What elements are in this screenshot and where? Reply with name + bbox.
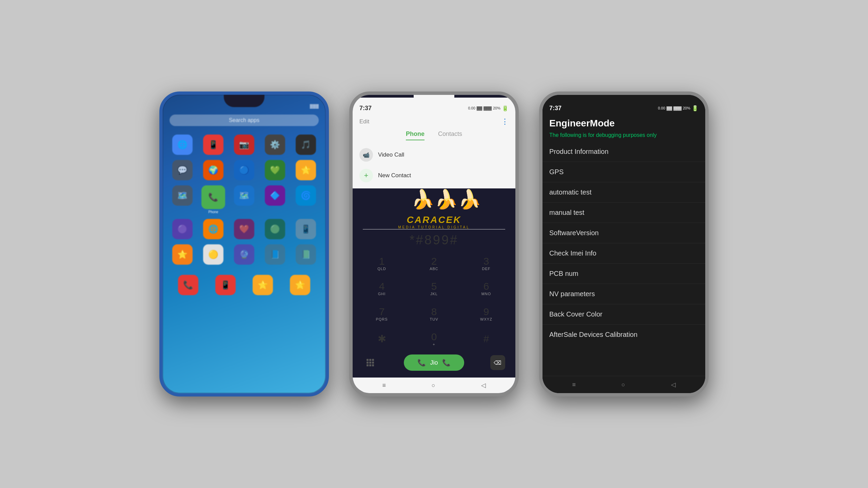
svg-rect-3: [367, 362, 369, 364]
key-star[interactable]: ✱: [356, 327, 408, 351]
app-icon-bottom[interactable]: 📞: [178, 275, 198, 295]
key-4[interactable]: 4 GHI: [356, 276, 408, 301]
delete-button[interactable]: ⌫: [490, 355, 505, 370]
app-icon-item[interactable]: 🟢: [262, 219, 288, 239]
app-icon: 🟣: [172, 219, 193, 239]
app-icon-item[interactable]: 🔮: [231, 244, 257, 265]
menu-item-nv-parameters[interactable]: NV parameters: [542, 284, 705, 304]
video-call-label: Video Call: [378, 151, 404, 158]
eng-nav-home-icon[interactable]: ○: [622, 381, 625, 388]
menu-text-automatic-test: automatic test: [549, 188, 592, 196]
key-8[interactable]: 8 TUV: [408, 301, 460, 326]
engineer-menu-list: Product Information GPS automatic test m…: [542, 142, 705, 376]
menu-item-back-cover-color[interactable]: Back Cover Color: [542, 304, 705, 325]
app-icon-item[interactable]: 🌟: [293, 160, 319, 180]
menu-item-product-info[interactable]: Product Information: [542, 142, 705, 162]
key-9[interactable]: 9 WXYZ: [460, 301, 512, 326]
phone1-search[interactable]: Search apps: [170, 115, 319, 126]
eng-nav-back-icon[interactable]: ◁: [671, 381, 676, 388]
dialer-display: *#899#: [353, 229, 515, 251]
key-2[interactable]: 2 ABC: [408, 251, 460, 276]
menu-item-software-version[interactable]: SoftwareVersion: [542, 223, 705, 243]
new-contact-action[interactable]: + New Contact: [359, 166, 509, 185]
nav-back-icon[interactable]: ◁: [481, 382, 486, 389]
app-icon-item[interactable]: 📗: [293, 244, 319, 265]
nav-home-icon[interactable]: ○: [432, 382, 435, 389]
phone1-frame: ▓▓▓ Search apps 🌐 📱 📷 ⚙️ 🎵: [159, 92, 329, 396]
app-icon-bottom[interactable]: ⭐: [253, 275, 273, 295]
app-icon-item[interactable]: 💚: [262, 160, 288, 180]
phone3-status-icons: 0.00 ▓▓ ▓▓▓ 20% 🔋: [658, 105, 698, 111]
key-hash[interactable]: #: [460, 327, 512, 351]
menu-item-aftersale[interactable]: AfterSale Devices Calibration: [542, 325, 705, 345]
phone1-bottom-apps: 📞 📱 ⭐ 🌟: [163, 271, 326, 299]
app-icon: 🌍: [203, 160, 223, 180]
menu-text-aftersale: AfterSale Devices Calibration: [549, 331, 637, 338]
svg-rect-0: [367, 359, 369, 361]
app-icon: 🌐: [203, 219, 223, 239]
call-button[interactable]: 📞 Jio 📞: [404, 354, 464, 371]
app-icon-item[interactable]: 📘: [262, 244, 288, 265]
video-call-action[interactable]: 📹 Video Call: [359, 145, 509, 164]
app-icon-item[interactable]: 🟡: [200, 244, 226, 265]
app-icon: 💚: [265, 160, 285, 180]
caracek-brand: CARACEK: [353, 215, 515, 225]
phone2-notch: [414, 95, 454, 107]
phone2-status-icons: 0.00 ▓▓ ▓▓▓ 20% 🔋: [468, 105, 509, 111]
key-3[interactable]: 3 DEF: [460, 251, 512, 276]
call-label: Jio: [430, 359, 438, 366]
app-icon-item[interactable]: 🌐: [200, 219, 226, 239]
app-icon-item[interactable]: 🗺️: [170, 185, 195, 214]
app-icon-item[interactable]: 🌀: [293, 185, 319, 214]
app-icon-item[interactable]: 📱: [200, 135, 226, 155]
app-icon-item[interactable]: 📱: [293, 219, 319, 239]
app-icon-item[interactable]: 🌐: [170, 135, 195, 155]
app-icon-item[interactable]: 🟣: [170, 219, 195, 239]
delete-icon: ⌫: [494, 360, 501, 366]
edit-label[interactable]: Edit: [359, 118, 369, 125]
menu-text-gps: GPS: [549, 168, 564, 176]
app-icon: ❤️: [234, 219, 254, 239]
key-6[interactable]: 6 MNO: [460, 276, 512, 301]
tab-contacts[interactable]: Contacts: [438, 130, 462, 140]
phone2-keypad: 1 QLD 2 ABC 3 DEF 4 GHI 5 JKL 6 MNO: [353, 251, 515, 351]
key-1[interactable]: 1 QLD: [356, 251, 408, 276]
app-icon-item[interactable]: 🌍: [200, 160, 226, 180]
menu-item-gps[interactable]: GPS: [542, 162, 705, 182]
eng-nav-menu-icon[interactable]: ≡: [572, 381, 576, 388]
app-icon-item[interactable]: 🗺️: [231, 185, 257, 214]
app-icon-item[interactable]: 💬: [170, 160, 195, 180]
menu-item-automatic-test[interactable]: automatic test: [542, 182, 705, 203]
app-icon: 🗺️: [172, 185, 193, 206]
app-icon-item[interactable]: 🔷: [262, 185, 288, 214]
app-icon: 🗺️: [234, 185, 254, 206]
nav-menu-icon[interactable]: ≡: [382, 382, 386, 389]
debug-text: The following is for debugging purposes …: [542, 130, 705, 142]
menu-text-product-info: Product Information: [549, 148, 609, 155]
app-icon: 📷: [234, 135, 254, 155]
app-icon: 📘: [265, 244, 285, 265]
key-7[interactable]: 7 PQRS: [356, 301, 408, 326]
app-icon-item[interactable]: ❤️: [231, 219, 257, 239]
keypad-toggle-icon[interactable]: [363, 355, 378, 370]
key-5[interactable]: 5 JKL: [408, 276, 460, 301]
add-contact-icon: +: [359, 169, 373, 182]
phone2-call-bar: 📞 Jio 📞 ⌫: [353, 351, 515, 378]
more-icon[interactable]: ⋮: [501, 117, 509, 126]
app-icon-item[interactable]: 🔵: [231, 160, 257, 180]
app-icon-item[interactable]: 📷: [231, 135, 257, 155]
menu-item-pcb-num[interactable]: PCB num: [542, 264, 705, 284]
app-icon: 🔵: [234, 160, 254, 180]
app-icon-bottom[interactable]: 📱: [215, 275, 236, 295]
key-0[interactable]: 0 +: [408, 327, 460, 351]
menu-item-check-imei[interactable]: Check Imei Info: [542, 243, 705, 264]
app-icon: 🔷: [265, 185, 285, 206]
menu-item-manual-test[interactable]: manual test: [542, 203, 705, 223]
call-right-icon: 📞: [442, 359, 451, 367]
app-icon-item[interactable]: ⚙️: [262, 135, 288, 155]
app-icon-item[interactable]: ⭐: [170, 244, 195, 265]
app-icon-bottom[interactable]: 🌟: [290, 275, 310, 295]
tab-phone[interactable]: Phone: [406, 130, 425, 140]
app-icon-item[interactable]: 🎵: [293, 135, 319, 155]
app-phone-item[interactable]: 📞 Phone: [200, 185, 226, 214]
